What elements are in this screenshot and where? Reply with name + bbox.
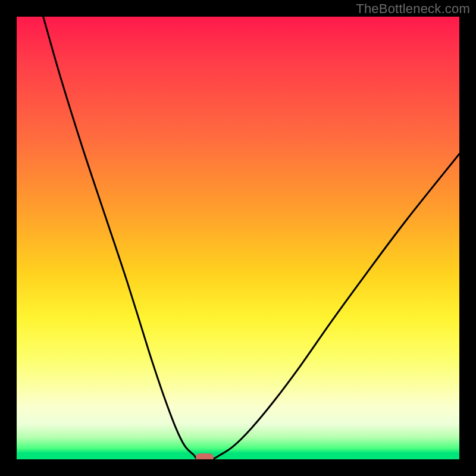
- plot-area: [17, 17, 459, 459]
- watermark-label: TheBottleneck.com: [356, 1, 470, 17]
- chart-frame: TheBottleneck.com: [0, 0, 476, 476]
- bottleneck-curve: [17, 17, 459, 459]
- minimum-marker: [196, 453, 214, 459]
